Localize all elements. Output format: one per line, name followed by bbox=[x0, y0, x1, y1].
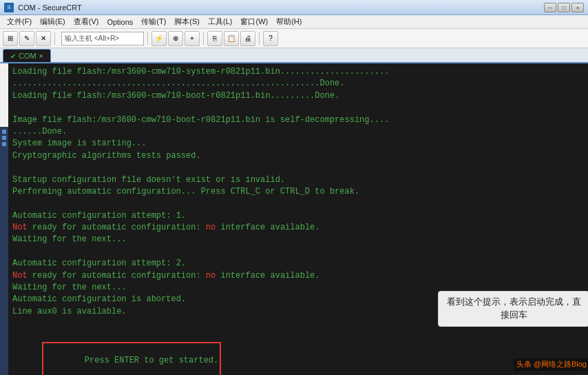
main-container: Loading file flash:/msr3600-cmw710-syste… bbox=[0, 63, 588, 375]
toolbar-separator-1 bbox=[54, 32, 55, 45]
app-icon: S bbox=[4, 3, 14, 12]
tab-close-icon[interactable]: × bbox=[39, 52, 43, 60]
tb-btn-paste[interactable]: 📋 bbox=[224, 31, 239, 46]
terminal[interactable]: Loading file flash:/msr3600-cmw710-syste… bbox=[8, 63, 588, 375]
side-dot-3 bbox=[2, 142, 6, 146]
side-panel bbox=[0, 127, 8, 375]
menu-help[interactable]: 帮助(H) bbox=[272, 15, 306, 28]
menu-tools[interactable]: 工具(L) bbox=[204, 15, 236, 28]
term-line-18: Not ready for automatic configuration: n… bbox=[12, 270, 588, 282]
tb-btn-connect[interactable]: ⚡ bbox=[151, 31, 167, 46]
watermark-text: 头条 @网络之路Blog bbox=[516, 360, 587, 368]
host-input-label: 输入主机 <Alt+R> bbox=[65, 34, 119, 43]
toolbar: ⊞ ✎ ✕ 输入主机 <Alt+R> ⚡ ⊗ + ⎘ 📋 🖨 ? bbox=[0, 29, 588, 48]
annotation-box: 看到这个提示，表示启动完成，直接回车 bbox=[438, 291, 588, 327]
menu-file[interactable]: 文件(F) bbox=[3, 15, 36, 28]
term-line-23: Press ENTER to get started. bbox=[12, 330, 588, 375]
term-line-2: ........................................… bbox=[12, 78, 588, 90]
press-enter-highlight: Press ENTER to get started. bbox=[42, 342, 221, 375]
window-title: COM - SecureCRT bbox=[18, 3, 544, 12]
menu-view[interactable]: 查看(V) bbox=[70, 15, 103, 28]
term-line-1: Loading file flash:/msr3600-cmw710-syste… bbox=[12, 66, 588, 78]
watermark: 头条 @网络之路Blog bbox=[514, 358, 588, 371]
tb-btn-1[interactable]: ⊞ bbox=[3, 31, 18, 46]
close-button[interactable]: × bbox=[571, 3, 584, 12]
tb-btn-print[interactable]: 🖨 bbox=[240, 31, 255, 46]
window-controls: ─ □ × bbox=[544, 3, 584, 12]
tb-btn-disconnect[interactable]: ⊗ bbox=[168, 31, 183, 46]
tb-btn-3[interactable]: ✕ bbox=[36, 31, 51, 46]
term-line-4 bbox=[12, 102, 588, 114]
term-line-8: Cryptographic algorithms tests passed. bbox=[12, 150, 588, 162]
term-line-11: Performing automatic configuration... Pr… bbox=[12, 186, 588, 198]
term-line-14: Not ready for automatic configuration: n… bbox=[12, 222, 588, 234]
menu-transfer[interactable]: 传输(T) bbox=[137, 15, 170, 28]
toolbar-separator-2 bbox=[147, 32, 148, 45]
press-enter-text: Press ENTER to get started. bbox=[85, 356, 218, 365]
title-bar: S COM - SecureCRT ─ □ × bbox=[0, 0, 588, 15]
tab-bar: ✔ COM × bbox=[0, 48, 588, 63]
menu-edit[interactable]: 编辑(E) bbox=[36, 15, 70, 28]
term-line-7: System image is starting... bbox=[12, 138, 588, 150]
term-line-10: Startup configuration file doesn't exist… bbox=[12, 174, 588, 186]
term-line-5: Image file flash:/msr3600-cmw710-boot-r0… bbox=[12, 114, 588, 126]
side-dot-1 bbox=[2, 130, 6, 134]
tab-check-icon: ✔ bbox=[10, 52, 16, 60]
tb-btn-info[interactable]: ? bbox=[263, 31, 278, 46]
term-line-12 bbox=[12, 198, 588, 210]
toolbar-separator-3 bbox=[203, 32, 204, 45]
menu-options[interactable]: Options bbox=[103, 17, 137, 28]
menu-bar: 文件(F) 编辑(E) 查看(V) Options 传输(T) 脚本(S) 工具… bbox=[0, 15, 588, 29]
term-line-6: ......Done. bbox=[12, 126, 588, 138]
minimize-button[interactable]: ─ bbox=[544, 3, 556, 12]
toolbar-separator-4 bbox=[259, 32, 260, 45]
term-line-9 bbox=[12, 162, 588, 174]
menu-window[interactable]: 窗口(W) bbox=[236, 15, 272, 28]
tab-label: COM bbox=[19, 52, 36, 60]
menu-script[interactable]: 脚本(S) bbox=[170, 15, 204, 28]
side-dot-2 bbox=[2, 136, 6, 140]
term-line-16 bbox=[12, 246, 588, 258]
term-line-13: Automatic configuration attempt: 1. bbox=[12, 210, 588, 222]
tb-btn-copy[interactable]: ⎘ bbox=[207, 31, 222, 46]
annotation-text: 看到这个提示，表示启动完成，直接回车 bbox=[447, 296, 581, 320]
tb-btn-2[interactable]: ✎ bbox=[19, 31, 34, 46]
term-line-15: Waiting for the next... bbox=[12, 234, 588, 245]
host-input-box[interactable]: 输入主机 <Alt+R> bbox=[61, 32, 144, 45]
tab-com[interactable]: ✔ COM × bbox=[3, 49, 51, 62]
term-line-3: Loading file flash:/msr3600-cmw710-boot-… bbox=[12, 90, 588, 102]
tb-btn-new[interactable]: + bbox=[185, 31, 200, 46]
term-line-17: Automatic configuration attempt: 2. bbox=[12, 258, 588, 270]
maximize-button[interactable]: □ bbox=[558, 3, 570, 12]
